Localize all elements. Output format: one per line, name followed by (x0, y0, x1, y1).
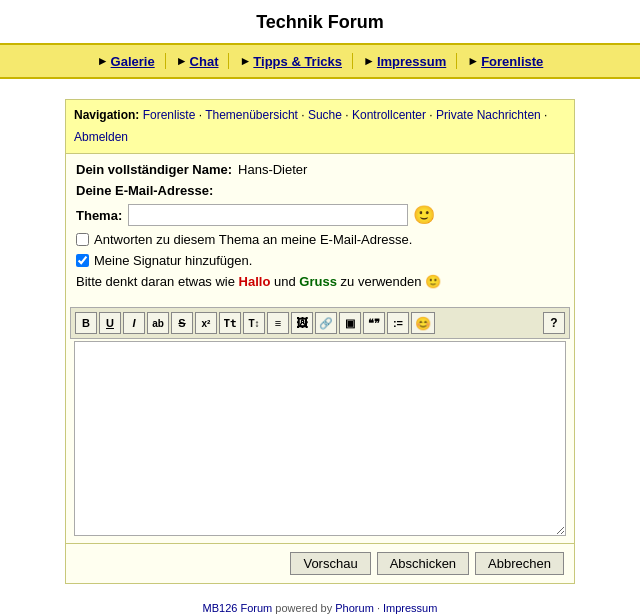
nav-link-suche[interactable]: Suche (308, 108, 342, 122)
arrow-icon: ► (239, 54, 251, 68)
nav-separator (165, 53, 166, 69)
strike-button[interactable]: S (171, 312, 193, 334)
italic-button[interactable]: I (123, 312, 145, 334)
footer-phorum-link[interactable]: Phorum (335, 602, 374, 614)
hint-row: Bitte denkt daran etwas wie Hallo und Gr… (76, 274, 564, 289)
align-button[interactable]: ≡ (267, 312, 289, 334)
name-row: Dein vollständiger Name: Hans-Dieter (76, 162, 564, 177)
nav-item-impressum[interactable]: ► Impressum (363, 54, 446, 69)
message-textarea[interactable] (74, 341, 566, 536)
thema-input[interactable] (128, 204, 408, 226)
buttons-row: Vorschau Abschicken Abbrechen (66, 543, 574, 583)
arrow-icon: ► (97, 54, 109, 68)
image-button[interactable]: 🖼 (291, 312, 313, 334)
underline-button[interactable]: U (99, 312, 121, 334)
emoji-button[interactable]: 😊 (411, 312, 435, 334)
hint-hallo: Hallo (239, 274, 271, 289)
media-button[interactable]: ▣ (339, 312, 361, 334)
list-button[interactable]: := (387, 312, 409, 334)
nav-separator (456, 53, 457, 69)
nav-separator (352, 53, 353, 69)
smiley-button[interactable]: 🙂 (413, 204, 435, 226)
nav-item-tipps[interactable]: ► Tipps & Tricks (239, 54, 342, 69)
navigation-label: Navigation: (74, 108, 139, 122)
submit-button[interactable]: Abschicken (377, 552, 469, 575)
signature-checkbox[interactable] (76, 254, 89, 267)
quote-button[interactable]: ❝❞ (363, 312, 385, 334)
nav-label-chat: Chat (190, 54, 219, 69)
nav-label-tipps: Tipps & Tricks (253, 54, 342, 69)
navigation-bar: Navigation: Forenliste · Themenübersicht… (66, 100, 574, 154)
link-button[interactable]: 🔗 (315, 312, 337, 334)
superscript-button[interactable]: x² (195, 312, 217, 334)
help-button[interactable]: ? (543, 312, 565, 334)
preview-button[interactable]: Vorschau (290, 552, 370, 575)
email-notify-checkbox[interactable] (76, 233, 89, 246)
bold-button[interactable]: B (75, 312, 97, 334)
footer-powered-by: powered by (275, 602, 335, 614)
main-content: Navigation: Forenliste · Themenübersicht… (65, 99, 575, 584)
toolbar: B U I ab S x² Tt T↕ ≡ 🖼 🔗 ▣ ❝❞ := 😊 ? (70, 307, 570, 339)
font-button[interactable]: ab (147, 312, 169, 334)
toolbar-wrapper: B U I ab S x² Tt T↕ ≡ 🖼 🔗 ▣ ❝❞ := 😊 ? (66, 307, 574, 543)
nav-item-forenliste[interactable]: ► Forenliste (467, 54, 543, 69)
textarea-container (70, 341, 570, 543)
size-button[interactable]: T↕ (243, 312, 265, 334)
form-area: Dein vollständiger Name: Hans-Dieter Dei… (66, 154, 574, 303)
footer-mb126-link[interactable]: MB126 Forum (203, 602, 273, 614)
checkbox2-row: Meine Signatur hinzufügen. (76, 253, 564, 268)
nav-label-forenliste: Forenliste (481, 54, 543, 69)
nav-link-abmelden[interactable]: Abmelden (74, 130, 128, 144)
arrow-icon: ► (176, 54, 188, 68)
thema-label: Thema: (76, 208, 122, 223)
cancel-button[interactable]: Abbrechen (475, 552, 564, 575)
tt-button[interactable]: Tt (219, 312, 241, 334)
nav-link-kontrollcenter[interactable]: Kontrollcenter (352, 108, 426, 122)
email-label: Deine E-Mail-Adresse: (76, 183, 213, 198)
nav-bar: ► Galerie ► Chat ► Tipps & Tricks ► Impr… (0, 43, 640, 79)
nav-link-forenliste[interactable]: Forenliste (143, 108, 196, 122)
nav-separator (228, 53, 229, 69)
hint-rest: zu verwenden (341, 274, 422, 289)
hint-und: und (274, 274, 296, 289)
nav-item-galerie[interactable]: ► Galerie (97, 54, 155, 69)
nav-label-impressum: Impressum (377, 54, 446, 69)
footer: MB126 Forum powered by Phorum · Impressu… (0, 594, 640, 615)
footer-impressum-link[interactable]: Impressum (383, 602, 437, 614)
checkbox1-row: Antworten zu diesem Thema an meine E-Mai… (76, 232, 564, 247)
arrow-icon: ► (467, 54, 479, 68)
hint-text: Bitte denkt daran etwas wie (76, 274, 235, 289)
checkbox2-label: Meine Signatur hinzufügen. (94, 253, 252, 268)
name-label: Dein vollständiger Name: (76, 162, 232, 177)
checkbox1-label: Antworten zu diesem Thema an meine E-Mai… (94, 232, 412, 247)
arrow-icon: ► (363, 54, 375, 68)
nav-label-galerie: Galerie (111, 54, 155, 69)
hint-gruss: Gruss (299, 274, 337, 289)
name-value: Hans-Dieter (238, 162, 307, 177)
thema-row: Thema: 🙂 (76, 204, 564, 226)
page-title: Technik Forum (0, 0, 640, 43)
email-row: Deine E-Mail-Adresse: (76, 183, 564, 198)
nav-link-private[interactable]: Private Nachrichten (436, 108, 541, 122)
nav-link-themenuebersicht[interactable]: Themenübersicht (205, 108, 298, 122)
nav-item-chat[interactable]: ► Chat (176, 54, 219, 69)
